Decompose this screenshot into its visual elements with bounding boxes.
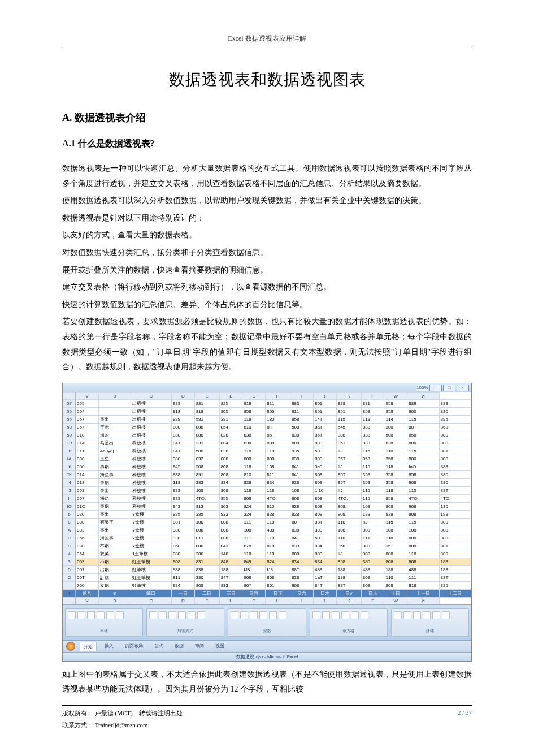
cell[interactable]: 838 [290,455,314,463]
row-number[interactable]: I4 [63,478,76,486]
cell[interactable]: 事出 [98,486,131,494]
cell[interactable]: 858 [290,415,314,423]
field-header[interactable]: 二目 [194,589,219,597]
cell[interactable]: 885 [439,581,471,589]
cell[interactable]: 800 [439,455,471,463]
cell[interactable]: 88T [439,573,471,581]
cell[interactable]: 888 [171,470,194,478]
col-letter[interactable]: V [76,392,99,399]
cell[interactable]: 188 [219,565,242,573]
cell[interactable]: 科校樓 [131,502,172,510]
cell[interactable]: 808 [407,510,439,518]
cell[interactable]: 出柄樓 [131,423,172,431]
row-number[interactable]: 55 [63,407,76,415]
cell[interactable]: 380 [361,558,384,565]
cell[interactable]: 804 [219,439,242,447]
cell[interactable]: 818 [407,581,439,589]
cell[interactable]: 508 [313,534,336,542]
cell[interactable]: 358 [361,455,384,463]
cell[interactable]: Y盒樓 [131,526,172,534]
cell[interactable]: 834 [313,542,336,550]
cell[interactable]: 108 [407,526,439,534]
cell[interactable]: 988 [171,565,194,573]
ribbon-icon[interactable] [394,611,402,619]
cell[interactable]: 888 [171,494,194,502]
cell[interactable]: 808 [313,478,336,486]
cell[interactable]: 030 [76,510,99,518]
row-number[interactable]: 55 [63,415,76,423]
cell[interactable]: 830 [313,439,336,447]
ribbon-icon[interactable] [87,611,95,619]
cell[interactable]: 事虧 [98,463,131,470]
cell[interactable]: 828 [219,431,242,439]
cell[interactable]: 358 [361,470,384,478]
cell[interactable]: 888 [439,463,471,470]
col-letter[interactable]: F [361,392,384,399]
cell[interactable]: 出柄樓 [131,415,172,423]
cell[interactable]: 838 [384,439,407,447]
cell[interactable]: 838 [266,510,290,518]
cell[interactable] [98,407,131,415]
cell[interactable]: 858 [384,407,407,415]
ribbon-icon[interactable] [403,611,411,619]
cell[interactable]: 科校樓 [131,486,172,494]
cell[interactable]: 出柄樓 [131,399,172,407]
cell[interactable]: 038 [76,455,99,463]
cell[interactable]: 843 [219,542,242,550]
field-header[interactable]: 一目 [171,589,194,597]
cell[interactable]: IIJ [361,518,384,526]
cell[interactable]: IIJ [336,550,361,558]
cell[interactable]: 88T [439,447,471,455]
cell[interactable]: 380 [194,573,219,581]
cell[interactable]: 855 [219,494,242,502]
cell[interactable]: 118 [384,534,407,542]
cell[interactable]: 科校樓 [131,478,172,486]
cell[interactable]: 118 [242,550,266,558]
office-button-icon[interactable] [66,642,75,651]
cell[interactable]: 011 [76,447,99,455]
cell[interactable]: 虹王筆樓 [131,573,172,581]
cell[interactable]: 118 [384,486,407,494]
cell[interactable]: 057 [76,423,99,431]
cell[interactable]: 825 [219,399,242,407]
field-header[interactable]: 十二目 [439,589,471,597]
cell[interactable]: 880 [439,470,471,478]
cell[interactable]: 84T [219,573,242,581]
ribbon-icon[interactable] [442,611,450,619]
cell[interactable]: 808. [336,510,361,518]
ribbon-icon[interactable] [279,611,286,619]
cell[interactable]: 808 [290,494,314,502]
cell[interactable]: IJ8 [242,565,266,573]
cell[interactable]: 科校樓 [131,463,172,470]
cell[interactable]: 出柄樓 [131,431,172,439]
ribbon-icon[interactable] [341,611,349,619]
cell[interactable]: 438 [266,526,290,534]
cell[interactable]: 838 [194,565,219,573]
cell[interactable]: 808 [266,573,290,581]
col-letter[interactable]: C [242,392,266,399]
cell[interactable]: 808 [194,423,219,431]
cell[interactable]: 支虧 [98,581,131,589]
cell[interactable]: 马是出 [98,439,131,447]
cell[interactable]: 111 [407,573,439,581]
cell[interactable]: 虹筆樓 [131,581,172,589]
cell[interactable]: 8.T [266,423,290,431]
cell[interactable]: 110 [336,534,361,542]
row-number[interactable]: 53 [63,423,76,431]
cell[interactable]: 海盐事 [98,470,131,478]
cell[interactable]: 488 [361,565,384,573]
cell[interactable]: 80T [242,581,266,589]
cell[interactable]: 358 [361,478,384,486]
cell[interactable]: 88T [336,581,361,589]
cell[interactable]: 858 [336,542,361,550]
cell[interactable]: 581 [194,415,219,423]
cell[interactable]: 888 [171,415,194,423]
cell[interactable]: 808 [242,573,266,581]
cell[interactable]: 380 [439,518,471,526]
cell[interactable]: 808 [290,550,314,558]
cell[interactable]: 88T [290,565,314,573]
cell[interactable]: 858 [407,470,439,478]
cell[interactable]: 808 [242,455,266,463]
ribbon-icon[interactable] [413,611,421,619]
cell[interactable]: 808 [219,526,242,534]
